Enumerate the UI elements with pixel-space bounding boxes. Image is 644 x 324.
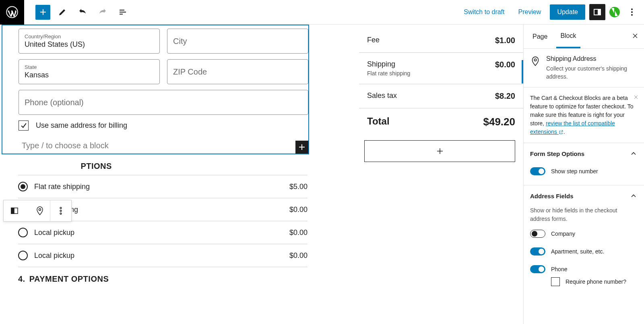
shipping-address-block[interactable]: Country/Region United States (US) City S…: [2, 25, 309, 154]
same-billing-label: Use same address for billing: [36, 121, 127, 130]
preview-link[interactable]: Preview: [514, 5, 546, 19]
block-more-menu[interactable]: [50, 200, 71, 221]
option-price: $0.00: [289, 228, 308, 237]
location-pin-icon[interactable]: [29, 200, 50, 221]
block-type-icon[interactable]: [4, 200, 25, 221]
update-button[interactable]: Update: [550, 4, 585, 20]
switch-to-draft-link[interactable]: Switch to draft: [459, 5, 509, 19]
zip-field[interactable]: ZIP Code: [167, 59, 308, 84]
show-step-number-toggle[interactable]: [530, 167, 545, 175]
option-label: Local pickup: [34, 251, 283, 260]
shipping-value: $0.00: [495, 60, 515, 69]
add-inner-block-button[interactable]: [295, 141, 308, 154]
block-toolbar: [3, 200, 72, 222]
settings-panel-toggle[interactable]: [589, 4, 605, 20]
require-phone-checkbox[interactable]: [551, 277, 560, 286]
close-sidebar-icon[interactable]: [631, 32, 639, 41]
address-fields-heading[interactable]: Address Fields: [524, 185, 644, 206]
country-label: Country/Region: [25, 33, 154, 39]
shipping-sub: Flat rate shipping: [367, 70, 410, 77]
chevron-up-icon: [630, 192, 638, 200]
undo-icon[interactable]: [74, 4, 91, 20]
option-price: $0.00: [289, 206, 308, 214]
svg-rect-2: [598, 9, 601, 15]
settings-sidebar: Page Block Shipping Address Collect your…: [523, 25, 644, 324]
state-value: Kansas: [25, 71, 154, 79]
apartment-label: Apartment, suite, etc.: [551, 248, 604, 255]
company-label: Company: [551, 231, 575, 237]
radio-button[interactable]: [18, 251, 28, 260]
same-billing-checkbox[interactable]: [19, 120, 29, 131]
total-label: Total: [367, 116, 390, 127]
phone-toggle[interactable]: [530, 265, 545, 273]
svg-point-11: [60, 213, 62, 214]
phone-field[interactable]: Phone (optional): [19, 90, 308, 115]
svg-rect-7: [11, 208, 14, 214]
option-price: $5.00: [289, 183, 308, 191]
shipping-option[interactable]: Local pickup$0.00: [18, 244, 308, 267]
redo-icon[interactable]: [95, 4, 111, 20]
country-value: United States (US): [25, 40, 154, 49]
svg-point-5: [631, 14, 633, 16]
require-phone-label: Require phone number?: [566, 278, 626, 285]
state-label: State: [25, 64, 154, 70]
svg-point-12: [534, 59, 536, 61]
more-menu[interactable]: [624, 4, 640, 20]
editor-toolbar: Switch to draft Preview Update: [0, 0, 644, 25]
location-pin-icon: [530, 56, 541, 66]
order-summary: Fee $1.00 Shipping Flat rate shipping $0…: [359, 25, 523, 162]
svg-point-3: [631, 8, 633, 10]
state-field[interactable]: State Kansas: [19, 59, 160, 84]
jetpack-icon[interactable]: [609, 7, 620, 17]
tab-page[interactable]: Page: [528, 26, 551, 48]
shipping-option[interactable]: Local pickup$0.00: [18, 221, 308, 244]
country-field[interactable]: Country/Region United States (US): [19, 29, 160, 54]
svg-point-8: [39, 209, 41, 211]
radio-button[interactable]: [18, 228, 28, 237]
show-step-number-label: Show step number: [551, 168, 598, 174]
phone-placeholder: Phone (optional): [25, 98, 302, 107]
block-description: Collect your customer's shipping address…: [546, 65, 638, 81]
apartment-toggle[interactable]: [530, 247, 545, 255]
list-view-icon[interactable]: [115, 4, 131, 20]
svg-point-4: [631, 11, 633, 13]
block-prompt[interactable]: Type / to choose a block: [19, 138, 308, 154]
svg-point-10: [60, 210, 62, 212]
tab-block[interactable]: Block: [556, 25, 580, 48]
city-field[interactable]: City: [167, 29, 308, 54]
company-toggle[interactable]: [530, 230, 545, 238]
option-label: Flat rate shipping: [34, 183, 283, 191]
tax-value: $8.20: [495, 91, 515, 101]
form-step-options-heading[interactable]: Form Step Options: [524, 143, 644, 164]
radio-button[interactable]: [18, 182, 28, 191]
option-price: $0.00: [289, 251, 308, 260]
city-placeholder: City: [173, 37, 302, 46]
summary-add-block[interactable]: [364, 140, 515, 162]
total-value: $49.20: [483, 116, 515, 128]
payment-options-heading: 4.PAYMENT OPTIONS: [0, 267, 523, 288]
svg-point-9: [60, 207, 62, 209]
beta-notice: The Cart & Checkout Blocks are a beta fe…: [524, 87, 644, 143]
phone-label: Phone: [551, 266, 567, 272]
tax-label: Sales tax: [367, 91, 397, 100]
shipping-option[interactable]: Flat rate shipping$5.00: [18, 175, 308, 198]
option-label: Local pickup: [34, 228, 283, 237]
address-fields-hint: Show or hide fields in the checkout addr…: [530, 206, 638, 223]
wordpress-logo[interactable]: [0, 0, 24, 25]
fee-value: $1.00: [495, 36, 515, 45]
chevron-up-icon: [630, 150, 638, 158]
add-block-button[interactable]: [35, 5, 50, 20]
edit-icon[interactable]: [54, 4, 70, 20]
shipping-label: Shipping: [367, 60, 410, 69]
close-notice-icon[interactable]: [633, 94, 639, 100]
zip-placeholder: ZIP Code: [173, 67, 302, 77]
block-title: Shipping Address: [546, 55, 638, 62]
fee-label: Fee: [367, 36, 380, 44]
